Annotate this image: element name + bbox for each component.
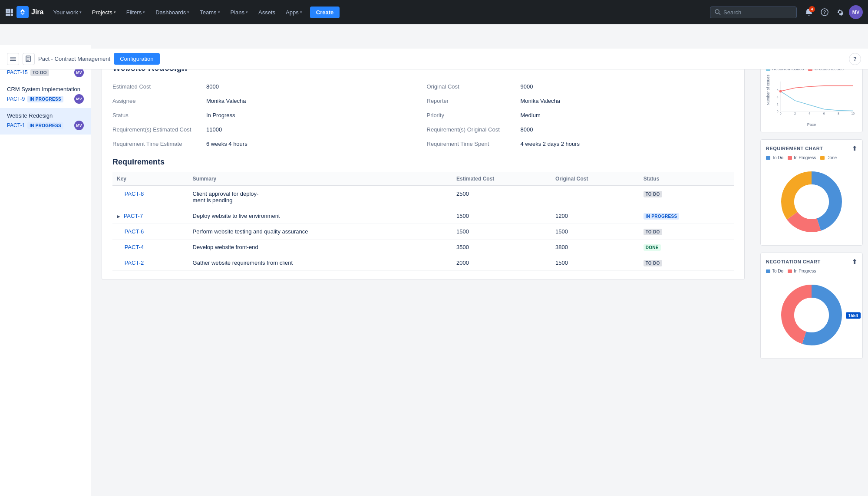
- svg-rect-8: [11, 14, 13, 16]
- priority-label: Priority: [427, 110, 514, 120]
- search-bar[interactable]: Search: [710, 7, 797, 18]
- svg-rect-13: [10, 59, 16, 59]
- nav-assets[interactable]: Assets: [254, 7, 280, 18]
- req-estimated-cost-label: Requirement(s) Estimated Cost: [112, 125, 199, 135]
- share-icon[interactable]: ⬆: [852, 145, 858, 152]
- cell-status: TO DO: [639, 255, 734, 271]
- assignee-value: Monika Valecha: [206, 96, 420, 106]
- jira-logo[interactable]: Jira: [17, 6, 43, 18]
- search-icon: [715, 9, 721, 15]
- svg-text:6: 6: [777, 89, 779, 92]
- svg-rect-2: [11, 9, 13, 11]
- svg-rect-14: [10, 60, 16, 61]
- svg-rect-4: [8, 11, 10, 13]
- table-row: PACT-2 Gather website requirements from …: [112, 255, 734, 271]
- status-label: Status: [112, 110, 199, 120]
- nav-apps[interactable]: Apps ▾: [281, 7, 307, 18]
- nav-icon-group: 4 ? MV: [802, 5, 863, 19]
- requirement-link[interactable]: PACT-4: [125, 244, 144, 250]
- help-button[interactable]: ?: [818, 5, 832, 19]
- notifications-button[interactable]: 4: [802, 5, 816, 19]
- requirement-link[interactable]: PACT-7: [124, 213, 143, 219]
- legend-dot-todo: [766, 156, 770, 160]
- sidebar-toggle-button[interactable]: [7, 53, 19, 65]
- svg-text:0: 0: [780, 112, 782, 115]
- status-badge: DONE: [644, 244, 661, 251]
- cell-original-cost: 1200: [551, 208, 639, 224]
- negotiation-chart-card: NEGOTIATION CHART ⬆ To Do In Progress: [760, 253, 863, 359]
- assignee-label: Assignee: [112, 96, 199, 106]
- negotiation-donut-svg: [777, 280, 846, 350]
- svg-text:10: 10: [851, 112, 855, 115]
- legend-inprogress: In Progress: [788, 155, 816, 160]
- svg-rect-7: [8, 14, 10, 16]
- cell-original-cost: 1500: [551, 255, 639, 271]
- configuration-tab[interactable]: Configuration: [114, 53, 159, 65]
- create-button[interactable]: Create: [310, 7, 340, 18]
- cell-estimated-cost: 2000: [452, 255, 551, 271]
- sidebar-avatar: MV: [74, 121, 84, 130]
- nav-plans[interactable]: Plans ▾: [226, 7, 253, 18]
- cell-key: ▶ PACT-7: [112, 208, 188, 224]
- document-icon: [25, 56, 32, 62]
- svg-rect-3: [6, 11, 8, 13]
- svg-text:6: 6: [823, 112, 825, 115]
- svg-rect-6: [6, 14, 8, 16]
- col-estimated-cost: Estimated Cost: [452, 172, 551, 186]
- main-content: Website Redesign Estimated Cost 8000 Ori…: [91, 45, 755, 496]
- cell-estimated-cost: 1500: [452, 208, 551, 224]
- cell-status: TO DO: [639, 186, 734, 208]
- sidebar-item-key[interactable]: PACT-9: [7, 96, 25, 102]
- cell-status: DONE: [639, 240, 734, 255]
- legend-dot-todo: [766, 269, 770, 273]
- user-avatar[interactable]: MV: [849, 5, 863, 19]
- nav-teams[interactable]: Teams ▾: [195, 7, 224, 18]
- svg-text:0: 0: [777, 110, 779, 113]
- status-badge: IN PROGRESS: [644, 213, 680, 220]
- requirement-chart-title: REQUIREMENT CHART ⬆: [766, 145, 857, 152]
- svg-text:4: 4: [777, 96, 779, 99]
- settings-button[interactable]: [833, 5, 847, 19]
- req-time-estimate-value: 6 weeks 4 hours: [206, 139, 420, 149]
- expand-icon[interactable]: ▶: [117, 214, 120, 219]
- requirements-title: Requirements: [112, 158, 734, 167]
- share-icon[interactable]: ⬆: [852, 258, 858, 265]
- nav-your-work[interactable]: Your work ▾: [49, 7, 86, 18]
- cell-estimated-cost: 2500: [452, 186, 551, 208]
- cell-original-cost: 1500: [551, 224, 639, 240]
- cell-summary: Develop website front-end: [188, 240, 452, 255]
- reporter-label: Reporter: [427, 96, 514, 106]
- sidebar-item-key[interactable]: PACT-1: [7, 122, 25, 128]
- sidebar: Marketing Automation Platform I... PACT-…: [0, 45, 91, 496]
- req-original-cost-label: Requirement(s) Original Cost: [427, 125, 514, 135]
- nav-dashboards[interactable]: Dashboards ▾: [151, 7, 194, 18]
- legend-dot-inprogress: [788, 269, 792, 273]
- nav-filters[interactable]: Filters ▾: [122, 7, 149, 18]
- legend-todo: To Do: [766, 269, 783, 273]
- requirement-link[interactable]: PACT-6: [125, 228, 144, 235]
- requirement-donut: [766, 164, 857, 240]
- issue-panel: Website Redesign Estimated Cost 8000 Ori…: [102, 54, 745, 280]
- status-badge: IN PROGRESS: [27, 122, 63, 129]
- requirement-link[interactable]: PACT-2: [125, 259, 144, 266]
- grid-icon[interactable]: [5, 8, 13, 16]
- question-icon: ?: [821, 8, 828, 16]
- svg-text:?: ?: [823, 10, 826, 15]
- cell-key: PACT-8: [112, 186, 188, 208]
- svg-point-28: [779, 90, 782, 92]
- burndown-chart-container: Number of Issues 0 2 4 6 0 2 4 6 8 1: [766, 75, 857, 122]
- table-row: ▶ PACT-7 Deploy website to live environm…: [112, 208, 734, 224]
- sidebar-item-key[interactable]: PACT-15: [7, 69, 28, 76]
- breadcrumb-help-button[interactable]: ?: [849, 53, 861, 65]
- chevron-down-icon: ▾: [300, 10, 302, 14]
- reporter-value: Monika Valecha: [521, 96, 734, 106]
- requirement-link[interactable]: PACT-8: [125, 191, 144, 197]
- table-row: PACT-4 Develop website front-end 3500 38…: [112, 240, 734, 255]
- legend-dot-done: [820, 156, 825, 160]
- gear-icon: [836, 8, 844, 16]
- sidebar-item-pact9[interactable]: CRM System Implementation PACT-9 IN PROG…: [0, 82, 91, 108]
- nav-projects[interactable]: Projects ▾: [88, 7, 120, 18]
- sidebar-item-pact1[interactable]: Website Redesign PACT-1 IN PROGRESS MV: [0, 108, 91, 135]
- breadcrumb-project-name[interactable]: Pact - Contract Management: [38, 56, 110, 62]
- cell-original-cost: [551, 186, 639, 208]
